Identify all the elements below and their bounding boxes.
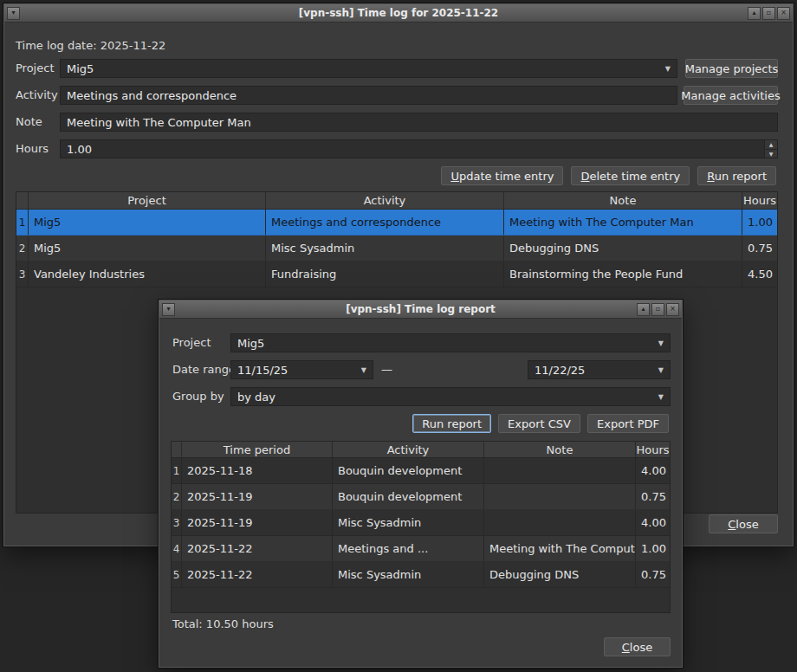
report-table-row[interactable]: 5 2025-11-22 Misc Sysadmin Debugging DNS…	[172, 562, 670, 588]
report-project-combobox[interactable]: Mig5 ▼	[230, 333, 671, 352]
project-combobox[interactable]: Mig5 ▼	[60, 59, 677, 78]
hours-spinbox: ▲ ▼	[60, 139, 778, 158]
note-input[interactable]	[60, 113, 778, 132]
header-project[interactable]: Project	[29, 192, 266, 209]
entry-actions-row: Update time entry Delete time entry Run …	[441, 166, 776, 185]
chevron-down-icon: ▼	[653, 393, 664, 401]
cell-project: Mig5	[29, 210, 266, 235]
cell-time-period: 2025-11-19	[182, 484, 333, 509]
update-time-entry-label: Update time entry	[450, 170, 554, 183]
cell-hours: 0.75	[742, 236, 777, 261]
hours-input[interactable]	[60, 139, 778, 158]
cell-activity: Bouquin development	[333, 484, 484, 509]
manage-projects-button[interactable]: Manage projects	[685, 59, 778, 78]
spin-up-icon: ▲	[769, 141, 774, 147]
table-row[interactable]: 3 Vandeley Industries Fundraising Brains…	[16, 262, 777, 288]
header-activity[interactable]: Activity	[333, 442, 484, 457]
header-note[interactable]: Note	[504, 192, 742, 209]
report-dialog-title: [vpn-ssh] Time log report	[159, 303, 682, 315]
window-menu-button[interactable]: ▾	[7, 7, 20, 20]
header-note[interactable]: Note	[484, 442, 636, 457]
export-csv-button[interactable]: Export CSV	[498, 414, 580, 433]
export-pdf-button[interactable]: Export PDF	[587, 414, 669, 433]
group-by-label: Group by	[172, 387, 224, 406]
spin-down-button[interactable]: ▼	[765, 150, 777, 158]
cell-note: Brainstorming the People Fund	[504, 262, 742, 287]
header-hours[interactable]: Hours	[742, 192, 777, 209]
main-window-title: [vpn-ssh] Time log for 2025-11-22	[4, 7, 793, 19]
cell-time-period: 2025-11-22	[182, 536, 333, 561]
cell-hours: 0.75	[636, 562, 670, 587]
project-combobox-value: Mig5	[67, 62, 94, 75]
manage-activities-button[interactable]: Manage activities	[684, 86, 778, 105]
table-row[interactable]: 2 Mig5 Misc Sysadmin Debugging DNS 0.75	[16, 236, 777, 262]
maximize-button[interactable]: ▫	[762, 7, 775, 20]
close-window-button[interactable]: ×	[666, 303, 679, 316]
close-button[interactable]: Close	[709, 514, 778, 533]
window-menu-button[interactable]: ▾	[162, 303, 175, 316]
row-number: 5	[172, 562, 182, 587]
header-hours[interactable]: Hours	[636, 442, 670, 457]
note-label: Note	[16, 113, 42, 132]
cell-time-period: 2025-11-18	[182, 458, 333, 483]
cell-hours: 1.00	[636, 536, 670, 561]
cell-project: Vandeley Industries	[29, 262, 266, 287]
report-table-row[interactable]: 3 2025-11-19 Misc Sysadmin 4.00	[172, 510, 670, 536]
report-table-row[interactable]: 4 2025-11-22 Meetings and ... Meeting wi…	[172, 536, 670, 562]
report-close-label: Close	[622, 641, 652, 654]
time-entries-table-header: Project Activity Note Hours	[16, 192, 777, 210]
shade-icon: ▴	[641, 306, 645, 313]
run-report-label: Run report	[707, 170, 767, 183]
date-from-combobox[interactable]: 11/15/25 ▼	[230, 360, 373, 379]
report-actions-row: Run report Export CSV Export PDF	[412, 414, 669, 433]
table-row[interactable]: 1 Mig5 Meetings and correspondence Meeti…	[16, 210, 777, 236]
activity-label: Activity	[16, 86, 58, 105]
header-time-period[interactable]: Time period	[182, 442, 333, 457]
close-icon: ×	[781, 10, 787, 16]
cell-time-period: 2025-11-22	[182, 562, 333, 587]
date-to-combobox[interactable]: 11/22/25 ▼	[528, 360, 671, 379]
chevron-down-icon: ▼	[356, 366, 366, 374]
date-from-value: 11/15/25	[237, 364, 288, 377]
project-label: Project	[16, 59, 54, 78]
cell-activity: Meetings and correspondence	[266, 210, 504, 235]
cell-hours: 4.00	[636, 510, 670, 535]
report-table: Time period Activity Note Hours 1 2025-1…	[171, 441, 671, 613]
run-report-button[interactable]: Run report	[697, 166, 776, 185]
group-by-value: by day	[237, 391, 275, 404]
close-window-button[interactable]: ×	[777, 7, 790, 20]
row-number: 3	[172, 510, 182, 535]
shade-button[interactable]: ▴	[748, 7, 761, 20]
main-window-controls: ▴ ▫ ×	[748, 7, 790, 20]
report-close-button[interactable]: Close	[604, 637, 671, 656]
report-run-report-button[interactable]: Run report	[412, 414, 491, 433]
report-table-row[interactable]: 2 2025-11-19 Bouquin development 0.75	[172, 484, 670, 510]
report-project-combobox-value: Mig5	[237, 337, 264, 350]
delete-time-entry-label: Delete time entry	[580, 170, 680, 183]
delete-time-entry-button[interactable]: Delete time entry	[571, 166, 690, 185]
time-log-date-label: Time log date: 2025-11-22	[16, 39, 165, 53]
maximize-button[interactable]: ▫	[651, 303, 664, 316]
shade-icon: ▴	[752, 10, 755, 16]
cell-time-period: 2025-11-19	[182, 510, 333, 535]
cell-note: Meeting with The Computer Man	[504, 210, 742, 235]
shade-button[interactable]: ▴	[637, 303, 650, 316]
maximize-icon: ▫	[767, 10, 771, 16]
date-range-separator: —	[381, 360, 392, 379]
update-time-entry-button[interactable]: Update time entry	[441, 166, 563, 185]
window-menu-icon: ▾	[166, 306, 170, 313]
hours-label: Hours	[16, 139, 49, 158]
cell-activity: Meetings and ...	[333, 536, 484, 561]
date-to-value: 11/22/25	[535, 364, 585, 377]
cell-activity: Misc Sysadmin	[266, 236, 504, 261]
cell-activity: Fundraising	[266, 262, 504, 287]
header-activity[interactable]: Activity	[266, 192, 504, 209]
report-table-row[interactable]: 1 2025-11-18 Bouquin development 4.00	[172, 458, 670, 484]
cell-hours: 0.75	[636, 484, 670, 509]
cell-hours: 4.50	[742, 262, 777, 287]
row-number: 2	[16, 236, 29, 261]
spin-up-button[interactable]: ▲	[765, 140, 777, 150]
group-by-combobox[interactable]: by day ▼	[230, 387, 671, 406]
activity-input[interactable]	[60, 86, 677, 105]
hours-spin-controls: ▲ ▼	[764, 140, 777, 158]
